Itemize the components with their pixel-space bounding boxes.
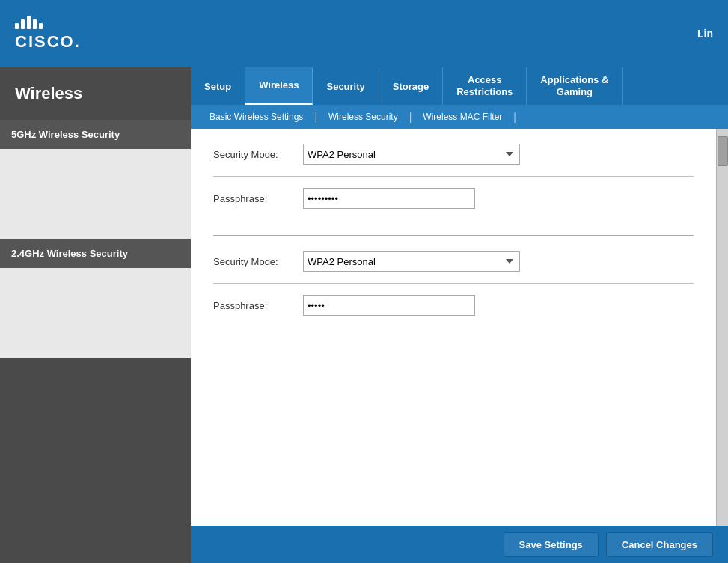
header-link[interactable]: Lin [697, 28, 713, 40]
sidebar-title: Wireless [0, 67, 191, 120]
content-area: Security Mode: Disabled WEP WPA Personal… [191, 129, 728, 526]
top-nav: Setup Wireless Security Storage AccessRe… [191, 67, 728, 105]
bottom-bar: Save Settings Cancel Changes [191, 526, 728, 563]
5ghz-security-mode-row: Security Mode: Disabled WEP WPA Personal… [213, 144, 694, 177]
24ghz-security-mode-label: Security Mode: [213, 256, 303, 267]
brand-name: CISCO. [15, 32, 81, 52]
content-panel: Security Mode: Disabled WEP WPA Personal… [191, 129, 716, 526]
tab-security[interactable]: Security [313, 67, 379, 105]
subnav-wireless-security[interactable]: Wireless Security [317, 112, 409, 122]
5ghz-section: Security Mode: Disabled WEP WPA Personal… [213, 144, 694, 220]
sub-nav: Basic Wireless Settings | Wireless Secur… [191, 105, 728, 129]
subnav-basic-wireless[interactable]: Basic Wireless Settings [198, 112, 314, 122]
scrollbar[interactable] [716, 129, 728, 526]
tab-wireless[interactable]: Wireless [245, 67, 313, 105]
5ghz-passphrase-input[interactable] [303, 188, 475, 209]
main-wrapper: Wireless 5GHz Wireless Security 2.4GHz W… [0, 67, 728, 563]
tab-setup[interactable]: Setup [191, 67, 245, 105]
cancel-button[interactable]: Cancel Changes [606, 532, 713, 557]
nav-area: Setup Wireless Security Storage AccessRe… [191, 67, 728, 563]
24ghz-passphrase-control [303, 295, 694, 316]
tab-storage[interactable]: Storage [379, 67, 443, 105]
section-header-24ghz: 2.4GHz Wireless Security [0, 239, 191, 268]
5ghz-security-mode-label: Security Mode: [213, 149, 303, 160]
bar3 [27, 16, 31, 29]
sidebar: Wireless 5GHz Wireless Security 2.4GHz W… [0, 67, 191, 563]
cisco-icon [15, 16, 43, 29]
bar1 [15, 23, 19, 29]
5ghz-security-mode-select[interactable]: Disabled WEP WPA Personal WPA2 Personal … [303, 144, 520, 165]
5ghz-security-mode-control: Disabled WEP WPA Personal WPA2 Personal … [303, 144, 694, 165]
save-button[interactable]: Save Settings [504, 532, 599, 557]
subnav-wireless-mac[interactable]: Wireless MAC Filter [412, 112, 513, 122]
bar5 [39, 23, 43, 29]
scroll-track-top [717, 129, 728, 135]
24ghz-security-mode-select[interactable]: Disabled WEP WPA Personal WPA2 Personal … [303, 251, 520, 272]
bar4 [33, 19, 37, 29]
scroll-thumb[interactable] [718, 136, 728, 166]
24ghz-passphrase-label: Passphrase: [213, 300, 303, 311]
section-spacer-2 [0, 268, 191, 358]
bar2 [21, 19, 25, 29]
section-divider [213, 235, 694, 236]
tab-applications-gaming[interactable]: Applications &Gaming [527, 67, 623, 105]
24ghz-security-mode-row: Security Mode: Disabled WEP WPA Personal… [213, 251, 694, 284]
24ghz-passphrase-input[interactable] [303, 295, 475, 316]
5ghz-passphrase-row: Passphrase: [213, 188, 694, 220]
section-header-5ghz: 5GHz Wireless Security [0, 120, 191, 149]
header: CISCO. Lin [0, 0, 728, 67]
tab-access-restrictions[interactable]: AccessRestrictions [443, 67, 527, 105]
24ghz-security-mode-control: Disabled WEP WPA Personal WPA2 Personal … [303, 251, 694, 272]
24ghz-section: Security Mode: Disabled WEP WPA Personal… [213, 251, 694, 327]
5ghz-passphrase-label: Passphrase: [213, 193, 303, 204]
app-container: CISCO. Lin Wireless 5GHz Wireless Securi… [0, 0, 728, 563]
cisco-logo: CISCO. [15, 16, 81, 52]
5ghz-passphrase-control [303, 188, 694, 209]
section-spacer-1 [0, 149, 191, 239]
24ghz-passphrase-row: Passphrase: [213, 295, 694, 327]
separator-3: | [513, 111, 516, 123]
